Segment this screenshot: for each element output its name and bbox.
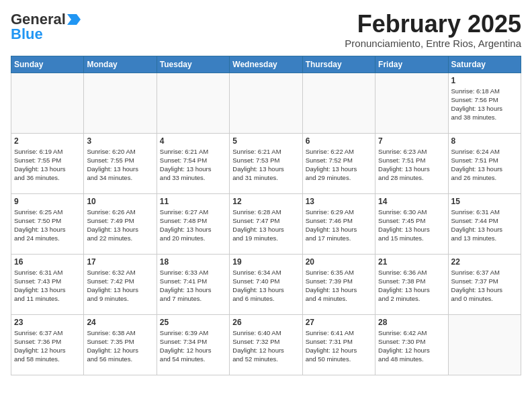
day-number: 15 <box>451 197 518 206</box>
day-number: 5 <box>232 136 299 146</box>
logo: General Blue <box>11 11 81 43</box>
calendar-cell: 7Sunrise: 6:23 AM Sunset: 7:51 PM Daylig… <box>375 133 448 193</box>
day-info: Sunrise: 6:32 AM Sunset: 7:42 PM Dayligh… <box>87 268 153 304</box>
calendar-cell: 3Sunrise: 6:20 AM Sunset: 7:55 PM Daylig… <box>84 133 157 193</box>
weekday-header-saturday: Saturday <box>448 56 521 73</box>
calendar-cell: 14Sunrise: 6:30 AM Sunset: 7:45 PM Dayli… <box>375 193 448 254</box>
calendar-cell: 27Sunrise: 6:41 AM Sunset: 7:31 PM Dayli… <box>302 314 375 375</box>
logo-arrow-icon <box>67 14 81 25</box>
day-number: 13 <box>306 197 372 206</box>
calendar-cell: 26Sunrise: 6:40 AM Sunset: 7:32 PM Dayli… <box>230 314 302 375</box>
day-info: Sunrise: 6:36 AM Sunset: 7:38 PM Dayligh… <box>378 268 445 304</box>
day-info: Sunrise: 6:18 AM Sunset: 7:56 PM Dayligh… <box>451 87 518 122</box>
calendar-cell: 21Sunrise: 6:36 AM Sunset: 7:38 PM Dayli… <box>375 254 448 314</box>
day-info: Sunrise: 6:35 AM Sunset: 7:39 PM Dayligh… <box>306 268 372 304</box>
day-number: 24 <box>87 318 153 327</box>
calendar-cell: 9Sunrise: 6:25 AM Sunset: 7:50 PM Daylig… <box>11 193 84 254</box>
header: General Blue February 2025 Pronunciamien… <box>11 11 521 49</box>
calendar-cell: 8Sunrise: 6:24 AM Sunset: 7:51 PM Daylig… <box>448 133 521 193</box>
day-info: Sunrise: 6:40 AM Sunset: 7:32 PM Dayligh… <box>232 328 299 364</box>
day-info: Sunrise: 6:38 AM Sunset: 7:35 PM Dayligh… <box>87 328 153 364</box>
day-number: 18 <box>160 257 226 267</box>
calendar-cell: 13Sunrise: 6:29 AM Sunset: 7:46 PM Dayli… <box>302 193 375 254</box>
day-info: Sunrise: 6:31 AM Sunset: 7:44 PM Dayligh… <box>451 208 518 243</box>
day-number: 3 <box>87 136 153 146</box>
day-number: 26 <box>232 318 299 327</box>
day-number: 20 <box>306 257 372 267</box>
weekday-header-wednesday: Wednesday <box>230 56 302 73</box>
day-number: 17 <box>87 257 153 267</box>
day-number: 10 <box>87 197 153 206</box>
day-info: Sunrise: 6:20 AM Sunset: 7:55 PM Dayligh… <box>87 147 153 183</box>
weekday-header-monday: Monday <box>84 56 157 73</box>
calendar-week-5: 23Sunrise: 6:37 AM Sunset: 7:36 PM Dayli… <box>11 314 521 375</box>
calendar-cell: 11Sunrise: 6:27 AM Sunset: 7:48 PM Dayli… <box>157 193 229 254</box>
calendar-week-4: 16Sunrise: 6:31 AM Sunset: 7:43 PM Dayli… <box>11 254 521 314</box>
logo-blue: Blue <box>11 26 43 43</box>
calendar-cell: 17Sunrise: 6:32 AM Sunset: 7:42 PM Dayli… <box>84 254 157 314</box>
calendar-cell: 19Sunrise: 6:34 AM Sunset: 7:40 PM Dayli… <box>230 254 302 314</box>
calendar-cell: 22Sunrise: 6:37 AM Sunset: 7:37 PM Dayli… <box>448 254 521 314</box>
weekday-header-tuesday: Tuesday <box>157 56 229 73</box>
calendar-cell <box>302 73 375 133</box>
calendar-cell: 23Sunrise: 6:37 AM Sunset: 7:36 PM Dayli… <box>11 314 84 375</box>
day-number: 19 <box>232 257 299 267</box>
calendar-cell: 12Sunrise: 6:28 AM Sunset: 7:47 PM Dayli… <box>230 193 302 254</box>
title-area: February 2025 Pronunciamiento, Entre Rio… <box>345 11 521 49</box>
day-info: Sunrise: 6:24 AM Sunset: 7:51 PM Dayligh… <box>451 147 518 183</box>
day-number: 27 <box>306 318 372 327</box>
weekday-header-thursday: Thursday <box>302 56 375 73</box>
day-number: 25 <box>160 318 226 327</box>
calendar-cell: 10Sunrise: 6:26 AM Sunset: 7:49 PM Dayli… <box>84 193 157 254</box>
day-info: Sunrise: 6:21 AM Sunset: 7:53 PM Dayligh… <box>232 147 299 183</box>
day-info: Sunrise: 6:29 AM Sunset: 7:46 PM Dayligh… <box>306 208 372 243</box>
calendar-cell: 20Sunrise: 6:35 AM Sunset: 7:39 PM Dayli… <box>302 254 375 314</box>
day-info: Sunrise: 6:26 AM Sunset: 7:49 PM Dayligh… <box>87 208 153 243</box>
day-number: 21 <box>378 257 445 267</box>
calendar-cell <box>448 314 521 375</box>
day-info: Sunrise: 6:25 AM Sunset: 7:50 PM Dayligh… <box>14 208 81 243</box>
day-info: Sunrise: 6:22 AM Sunset: 7:52 PM Dayligh… <box>306 147 372 183</box>
calendar-cell <box>230 73 302 133</box>
day-number: 28 <box>378 318 445 327</box>
calendar-cell: 28Sunrise: 6:42 AM Sunset: 7:30 PM Dayli… <box>375 314 448 375</box>
calendar-cell: 4Sunrise: 6:21 AM Sunset: 7:54 PM Daylig… <box>157 133 229 193</box>
day-number: 4 <box>160 136 226 146</box>
day-number: 14 <box>378 197 445 206</box>
day-number: 12 <box>232 197 299 206</box>
day-number: 23 <box>14 318 81 327</box>
calendar-table: SundayMondayTuesdayWednesdayThursdayFrid… <box>11 56 521 375</box>
day-info: Sunrise: 6:34 AM Sunset: 7:40 PM Dayligh… <box>232 268 299 304</box>
calendar-week-3: 9Sunrise: 6:25 AM Sunset: 7:50 PM Daylig… <box>11 193 521 254</box>
day-info: Sunrise: 6:30 AM Sunset: 7:45 PM Dayligh… <box>378 208 445 243</box>
day-info: Sunrise: 6:39 AM Sunset: 7:34 PM Dayligh… <box>160 328 226 364</box>
day-info: Sunrise: 6:23 AM Sunset: 7:51 PM Dayligh… <box>378 147 445 183</box>
day-number: 7 <box>378 136 445 146</box>
day-info: Sunrise: 6:28 AM Sunset: 7:47 PM Dayligh… <box>232 208 299 243</box>
calendar-cell: 25Sunrise: 6:39 AM Sunset: 7:34 PM Dayli… <box>157 314 229 375</box>
calendar-week-1: 1Sunrise: 6:18 AM Sunset: 7:56 PM Daylig… <box>11 73 521 133</box>
calendar-cell: 5Sunrise: 6:21 AM Sunset: 7:53 PM Daylig… <box>230 133 302 193</box>
day-number: 2 <box>14 136 81 146</box>
calendar-cell <box>375 73 448 133</box>
calendar-cell: 18Sunrise: 6:33 AM Sunset: 7:41 PM Dayli… <box>157 254 229 314</box>
day-number: 6 <box>306 136 372 146</box>
day-info: Sunrise: 6:27 AM Sunset: 7:48 PM Dayligh… <box>160 208 226 243</box>
calendar-cell: 6Sunrise: 6:22 AM Sunset: 7:52 PM Daylig… <box>302 133 375 193</box>
day-info: Sunrise: 6:37 AM Sunset: 7:36 PM Dayligh… <box>14 328 81 364</box>
day-info: Sunrise: 6:21 AM Sunset: 7:54 PM Dayligh… <box>160 147 226 183</box>
svg-marker-0 <box>67 14 81 25</box>
day-info: Sunrise: 6:19 AM Sunset: 7:55 PM Dayligh… <box>14 147 81 183</box>
day-number: 1 <box>451 76 518 85</box>
calendar-cell <box>157 73 229 133</box>
calendar-cell: 15Sunrise: 6:31 AM Sunset: 7:44 PM Dayli… <box>448 193 521 254</box>
calendar-cell: 24Sunrise: 6:38 AM Sunset: 7:35 PM Dayli… <box>84 314 157 375</box>
calendar-cell: 16Sunrise: 6:31 AM Sunset: 7:43 PM Dayli… <box>11 254 84 314</box>
month-title: February 2025 <box>345 11 521 38</box>
calendar-cell <box>84 73 157 133</box>
calendar-cell: 1Sunrise: 6:18 AM Sunset: 7:56 PM Daylig… <box>448 73 521 133</box>
weekday-header-sunday: Sunday <box>11 56 84 73</box>
calendar-week-2: 2Sunrise: 6:19 AM Sunset: 7:55 PM Daylig… <box>11 133 521 193</box>
day-number: 8 <box>451 136 518 146</box>
location-title: Pronunciamiento, Entre Rios, Argentina <box>345 38 521 49</box>
